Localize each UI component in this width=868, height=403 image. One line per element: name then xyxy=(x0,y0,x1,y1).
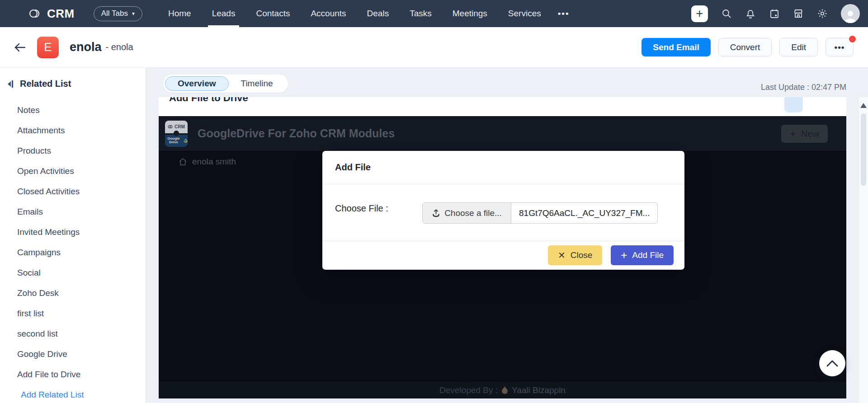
upload-icon xyxy=(432,209,440,217)
scroll-to-top-button[interactable] xyxy=(819,350,845,376)
nav-tab-home[interactable]: Home xyxy=(158,0,202,27)
sidebar-item-closed-activities[interactable]: Closed Activities xyxy=(0,181,146,202)
top-navbar: CRM All Tabs ▾ Home Leads Contacts Accou… xyxy=(0,0,868,27)
widget-record-name: enola smith xyxy=(192,157,236,167)
zoho-logo-icon xyxy=(28,9,42,19)
edit-button[interactable]: Edit xyxy=(779,38,818,56)
send-email-button[interactable]: Send Email xyxy=(642,38,710,56)
module-nav: Home Leads Contacts Accounts Deals Tasks… xyxy=(158,0,552,27)
widget-title: GoogleDrive For Zoho CRM Modules xyxy=(198,127,395,140)
modal-body: Choose File : Choose a file... 81Gt7Q6Aa… xyxy=(322,184,684,241)
back-arrow-icon[interactable] xyxy=(13,42,26,53)
sidebar-item-emails[interactable]: Emails xyxy=(0,202,146,222)
add-file-button[interactable]: + Add File xyxy=(611,245,674,265)
nav-tab-tasks[interactable]: Tasks xyxy=(399,0,442,27)
scrollbar-thumb[interactable] xyxy=(861,113,866,186)
nav-tab-leads[interactable]: Leads xyxy=(202,0,246,27)
file-input-group: Choose a file... 81Gt7Q6AaCL._AC_UY327_F… xyxy=(422,202,658,224)
tab-timeline[interactable]: Timeline xyxy=(229,76,285,91)
nav-tab-accounts[interactable]: Accounts xyxy=(300,0,356,27)
sidebar-item-social[interactable]: Social xyxy=(0,262,146,283)
sidebar-item-attachments[interactable]: Attachments xyxy=(0,120,146,141)
sidebar-header: Related List xyxy=(0,68,146,89)
plus-icon: + xyxy=(790,129,796,138)
related-list-sidebar: Related List Notes Attachments Products … xyxy=(0,68,146,403)
nav-tab-services[interactable]: Services xyxy=(498,0,552,27)
section-action-button[interactable] xyxy=(784,97,803,112)
search-icon[interactable] xyxy=(721,8,732,19)
record-actions: Send Email Convert Edit ••• xyxy=(642,38,868,56)
record-avatar: E xyxy=(37,37,59,58)
yaali-logo-icon xyxy=(501,386,508,394)
collapse-sidebar-icon[interactable] xyxy=(7,80,14,88)
sidebar-item-notes[interactable]: Notes xyxy=(0,100,146,120)
modal-footer: ✕ Close + Add File xyxy=(322,241,684,269)
more-modules-icon[interactable]: ••• xyxy=(558,9,570,19)
choose-file-button[interactable]: Choose a file... xyxy=(423,203,511,223)
quick-create-button[interactable]: + xyxy=(691,5,708,22)
brand-title: CRM xyxy=(47,7,75,21)
convert-button[interactable]: Convert xyxy=(718,38,772,56)
google-drive-crm-logo: CRM Google Drive xyxy=(165,121,188,147)
notifications-bell-icon[interactable] xyxy=(745,8,756,19)
user-avatar[interactable] xyxy=(841,4,860,23)
choose-file-label: Choose File : xyxy=(335,203,388,214)
drive-triangle-icon xyxy=(184,138,188,143)
sidebar-item-add-file-to-drive[interactable]: Add File to Drive xyxy=(0,364,146,384)
navbar-icons: + xyxy=(691,4,868,23)
sidebar-item-products[interactable]: Products xyxy=(0,141,146,161)
add-file-modal: Add File Choose File : Choose a file... … xyxy=(322,151,684,270)
brand: CRM xyxy=(28,7,75,21)
vertical-scrollbar[interactable] xyxy=(859,97,868,403)
caret-down-icon: ▾ xyxy=(132,10,135,17)
zoho-crm-app: CRM All Tabs ▾ Home Leads Contacts Accou… xyxy=(0,0,868,403)
widget-header: CRM Google Drive GoogleDrive For Zoho CR… xyxy=(159,116,846,151)
section-heading: Add File to Drive xyxy=(169,97,248,104)
sidebar-item-zoho-desk[interactable]: Zoho Desk xyxy=(0,283,146,303)
sidebar-item-first-list[interactable]: first list xyxy=(0,303,146,323)
home-icon xyxy=(179,158,187,166)
sidebar-item-open-activities[interactable]: Open Activities xyxy=(0,161,146,181)
more-actions-button[interactable]: ••• xyxy=(826,38,854,56)
nav-tab-contacts[interactable]: Contacts xyxy=(245,0,300,27)
settings-gear-icon[interactable] xyxy=(817,8,828,19)
marketplace-icon[interactable] xyxy=(793,8,804,19)
sidebar-item-campaigns[interactable]: Campaigns xyxy=(0,242,146,262)
record-subtitle: - enola xyxy=(106,42,133,52)
new-file-button[interactable]: + New xyxy=(781,125,828,143)
nav-tab-meetings[interactable]: Meetings xyxy=(442,0,498,27)
tab-overview[interactable]: Overview xyxy=(165,76,229,91)
calendar-icon[interactable] xyxy=(769,8,780,19)
modal-title: Add File xyxy=(322,151,684,184)
more-dots-icon: ••• xyxy=(835,42,845,52)
nav-tab-deals[interactable]: Deals xyxy=(357,0,400,27)
close-x-icon: ✕ xyxy=(558,250,566,261)
plus-icon: + xyxy=(621,249,627,262)
logo-drive-text: Google Drive xyxy=(165,137,182,144)
all-tabs-label: All Tabs xyxy=(101,9,128,18)
record-title: enola xyxy=(70,40,102,54)
developed-by-text: Developed By : xyxy=(439,385,498,395)
all-tabs-dropdown[interactable]: All Tabs ▾ xyxy=(94,6,142,21)
add-related-list-link[interactable]: Add Related List xyxy=(0,384,146,403)
record-header: E enola - enola Send Email Convert Edit … xyxy=(0,27,868,68)
sidebar-item-google-drive[interactable]: Google Drive xyxy=(0,344,146,364)
last-update-text: Last Update : 02:47 PM xyxy=(761,83,846,92)
footer-brand-text: Yaali Bizappln xyxy=(512,385,566,395)
view-tabs: Overview Timeline xyxy=(163,75,288,93)
sidebar-item-second-list[interactable]: second list xyxy=(0,323,146,344)
logo-crm-text: CRM xyxy=(175,124,185,129)
scroll-up-arrow-icon[interactable] xyxy=(860,103,867,108)
notification-dot xyxy=(849,36,856,42)
sidebar-title: Related List xyxy=(20,79,71,89)
related-list-items: Notes Attachments Products Open Activiti… xyxy=(0,100,146,403)
selected-filename: 81Gt7Q6AaCL._AC_UY327_FM... xyxy=(511,203,657,223)
close-button[interactable]: ✕ Close xyxy=(548,245,602,265)
widget-footer: Developed By : Yaali Bizappln xyxy=(159,382,846,398)
widget-record-row: enola smith xyxy=(179,157,236,167)
sidebar-item-invited-meetings[interactable]: Invited Meetings xyxy=(0,222,146,242)
